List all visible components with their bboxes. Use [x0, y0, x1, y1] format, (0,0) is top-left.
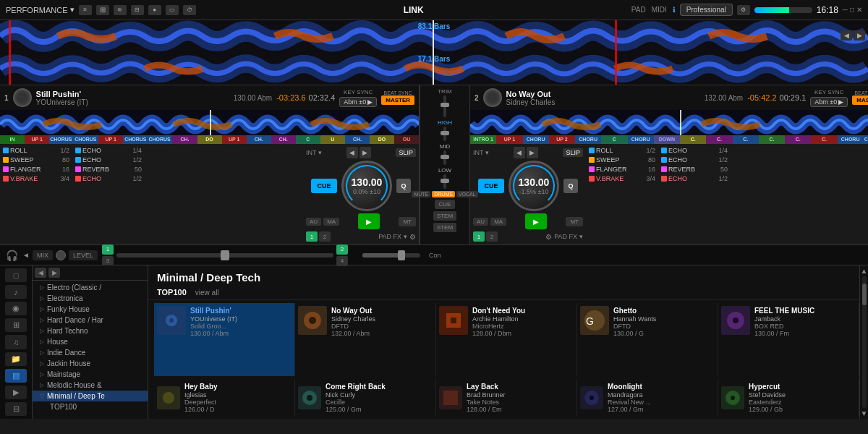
waveform-bottom[interactable]: 17.1 Bars	[0, 53, 868, 85]
tree-item-melodic[interactable]: ▷ Melodic House &	[33, 380, 148, 391]
nav-scroll-left[interactable]: ◀	[35, 268, 46, 278]
deck-2-q-btn[interactable]: Q	[563, 179, 578, 193]
cue-up1[interactable]: UP 1	[25, 135, 49, 144]
deck-2-slip-btn[interactable]: SLIP	[563, 148, 583, 157]
deck-1-pad-fx-arrow[interactable]: ▾	[404, 233, 407, 240]
professional-btn[interactable]: Professional	[680, 4, 733, 16]
track-item-3[interactable]: Don't Need You Archie Hamilton MicroHert…	[436, 303, 577, 376]
performance-btn[interactable]: PERFORMANCE ▾	[6, 5, 75, 14]
deck-2-num-1[interactable]: 1	[473, 231, 485, 242]
deck-2-gear-icon[interactable]: ⚙	[545, 233, 552, 241]
grid-icon[interactable]: ⊞	[96, 5, 109, 15]
sidebar-top-icon[interactable]: □	[5, 268, 27, 282]
tree-item-harddance[interactable]: ▷ Hard Dance / Har	[33, 315, 148, 326]
deck-1-q-btn[interactable]: Q	[396, 179, 411, 193]
deck-2-au-btn[interactable]: AU	[473, 218, 488, 226]
cue-ch3[interactable]: CH.	[271, 135, 296, 144]
record-icon[interactable]: ●	[148, 5, 161, 15]
waveform-scroll-right[interactable]: ▶	[854, 30, 865, 41]
deck-1-key-btn[interactable]: Abm ±0 ▶	[339, 97, 377, 107]
track-item-4[interactable]: G Ghetto Hannah Wants DFTD 130.00 / G	[577, 303, 718, 376]
cue-chorus[interactable]: CHORUS	[123, 135, 148, 144]
view-all-btn[interactable]: view all	[195, 289, 219, 297]
deck-2-ma-btn[interactable]: MA	[490, 218, 506, 226]
cue2-chorus1[interactable]: CHORUS 1	[864, 135, 868, 144]
deck-1-prev-btn[interactable]: ◀	[346, 147, 358, 158]
gear-icon[interactable]: ⚙	[737, 5, 750, 15]
headphones-icon[interactable]: 🎧	[6, 250, 18, 261]
cue2-up1[interactable]: UP 1	[496, 135, 522, 144]
stem-btn-2[interactable]: STEM	[433, 223, 456, 232]
cue2-c6[interactable]: C.	[785, 135, 811, 144]
sidebar-icon-8[interactable]: ⊟	[5, 402, 27, 416]
cue2-c7[interactable]: C.	[811, 135, 837, 144]
deck-1-master-btn[interactable]: MASTER	[381, 95, 414, 105]
info-icon[interactable]: ℹ	[673, 6, 676, 14]
tree-item-electronica[interactable]: ▷ Electronica	[33, 293, 148, 304]
track-item-2[interactable]: No Way Out Sidney Charles DFTD 132.00 / …	[295, 303, 436, 376]
d1-num-3-bot[interactable]: 3	[102, 256, 114, 266]
tree-item-mainstage[interactable]: ▷ Mainstage	[33, 369, 148, 380]
cue2-c3[interactable]: C.	[706, 135, 732, 144]
deck-2-play-btn[interactable]: ▶	[525, 213, 547, 229]
track-item-1[interactable]: Still Pushin' YOUniverse (IT) Solid Groo…	[154, 303, 295, 376]
track-r2-1[interactable]: Hey Baby Iglesias Deeperfect 126.00 / D	[154, 379, 295, 416]
nav-scroll-right[interactable]: ▶	[48, 268, 60, 278]
track-r2-2[interactable]: Come Right Back Nick Curly Cecille 125.0…	[295, 379, 436, 416]
sidebar-icon-5[interactable]: 📁	[5, 352, 27, 366]
cue2-up2[interactable]: UP 2	[549, 135, 575, 144]
d2-num-4-bot[interactable]: 4	[336, 256, 348, 266]
cue-up1c[interactable]: UP 1	[222, 135, 247, 144]
low-fader[interactable]	[443, 174, 446, 189]
cue2-down[interactable]: DOWN	[654, 135, 680, 144]
cue-up1b[interactable]: UP 1	[98, 135, 123, 144]
crossfader[interactable]	[116, 253, 333, 258]
cue2-choru2[interactable]: CHORU	[575, 135, 601, 144]
cue-ch[interactable]: CH.	[172, 135, 197, 144]
sidebar-icon-7[interactable]: ▶	[5, 386, 27, 399]
cue-ch2[interactable]: CH.	[247, 135, 271, 144]
deck-1-play-btn[interactable]: ▶	[358, 213, 380, 229]
cue2-choru[interactable]: CHORU	[523, 135, 549, 144]
deck-1-mini-waveform[interactable]	[0, 110, 419, 135]
tree-item-house[interactable]: ▷ House	[33, 336, 148, 347]
cue-do2[interactable]: DO	[370, 135, 394, 144]
sidebar-icon-6[interactable]: ▤	[5, 369, 27, 383]
deck-2-pad-fx-arrow[interactable]: ▾	[579, 233, 583, 240]
tree-item-top100[interactable]: TOP100	[33, 401, 148, 411]
scroll-up-btn[interactable]: ▲	[861, 267, 868, 275]
deck-1-big-knob[interactable]: 130.00 0.0% ±10	[341, 161, 392, 211]
maximize-btn[interactable]: □	[850, 6, 854, 14]
arrow-left[interactable]: ◄	[22, 251, 30, 259]
deck-2-key-btn[interactable]: Abm ±0 ▶	[810, 97, 848, 107]
cue2-choru4[interactable]: CHORU	[838, 135, 864, 144]
track-item-5[interactable]: FEEL THE MUSIC Jamback BOX RED 130.00 / …	[718, 303, 859, 376]
deck-1-int-btn[interactable]: INT ▾	[306, 149, 322, 156]
sidebar-icon-3[interactable]: ⊞	[5, 318, 27, 332]
cue2-c4[interactable]: C.	[733, 135, 759, 144]
main-fader[interactable]	[362, 253, 420, 258]
deck-2-master-btn[interactable]: MASTER	[852, 95, 868, 105]
cue2-c2[interactable]: C.	[680, 135, 706, 144]
tree-item-minimal[interactable]: ▽ Minimal / Deep Te	[33, 391, 148, 401]
waveform-icon[interactable]: ≋	[114, 5, 127, 15]
cue2-c5[interactable]: C.	[759, 135, 785, 144]
cue-ch4[interactable]: CH.	[345, 135, 370, 144]
close-btn[interactable]: ✕	[856, 6, 862, 14]
cue-u[interactable]: U	[320, 135, 345, 144]
waveform-scroll-left[interactable]: ◀	[841, 30, 852, 41]
deck-2-cue-btn[interactable]: CUE	[478, 179, 504, 193]
d2-num-2-bot[interactable]: 2	[336, 244, 348, 255]
deck-2-mt-btn[interactable]: MT	[566, 217, 583, 226]
deck-1-cue-btn[interactable]: CUE	[311, 179, 337, 193]
cue-do[interactable]: DO	[197, 135, 222, 144]
tree-item-funky[interactable]: ▷ Funky House	[33, 304, 148, 315]
minimize-btn[interactable]: ─	[843, 6, 848, 14]
mix-label[interactable]: MIX	[33, 250, 53, 260]
deck-1-num-1[interactable]: 1	[306, 231, 318, 242]
cue-in[interactable]: IN	[0, 135, 25, 144]
mid-fader[interactable]	[443, 150, 446, 165]
deck-1-next-btn[interactable]: ▶	[359, 147, 371, 158]
deck-1-num-2[interactable]: 2	[319, 231, 331, 242]
level-label[interactable]: LEVEL	[69, 250, 98, 260]
